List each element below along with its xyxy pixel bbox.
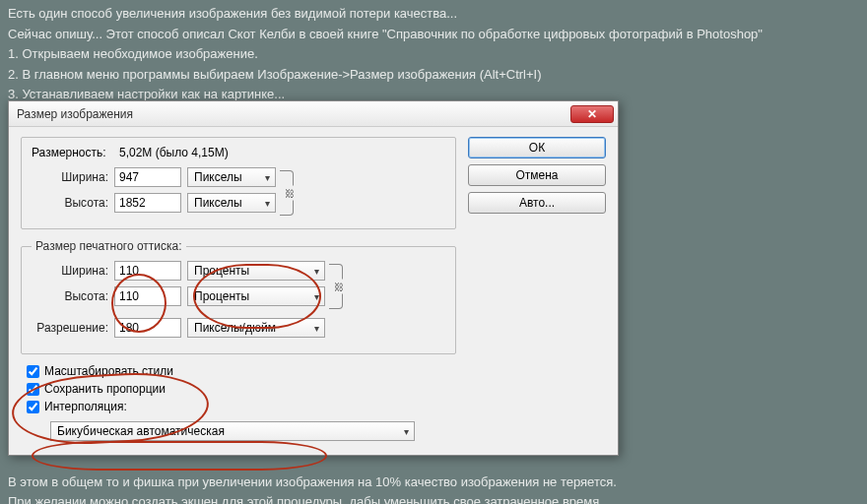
cancel-button[interactable]: Отмена <box>468 164 606 186</box>
link-icon[interactable] <box>329 264 343 309</box>
scale-styles-checkbox[interactable]: Масштабировать стили <box>27 364 456 378</box>
width-label: Ширина: <box>32 170 108 184</box>
outro-text: В этом в общем то и фишка при увеличении… <box>8 472 617 504</box>
document-size-group: Размер печатного оттиска: Ширина: Процен… <box>21 239 456 354</box>
doc-height-label: Высота: <box>32 289 108 303</box>
pixel-dimensions-group: Размерность: 5,02M (было 4,15M) Ширина: … <box>21 137 456 229</box>
options-group: Масштабировать стили Сохранить пропорции… <box>21 364 456 441</box>
doc-width-label: Ширина: <box>32 264 108 278</box>
dimensions-label: Размерность: <box>32 146 106 159</box>
height-input[interactable] <box>114 193 181 213</box>
resample-check[interactable] <box>27 401 39 413</box>
outro-line: В этом в общем то и фишка при увеличении… <box>8 472 617 492</box>
document-size-legend: Размер печатного оттиска: <box>32 239 186 253</box>
intro-line: Есть один способ увеличения изображения … <box>8 4 859 24</box>
auto-button[interactable]: Авто... <box>468 192 606 214</box>
titlebar[interactable]: Размер изображения ✕ <box>9 101 618 127</box>
intro-line: 2. В главном меню программы выбираем Изо… <box>8 65 859 85</box>
constrain-check[interactable] <box>27 383 39 396</box>
doc-height-input[interactable] <box>114 286 181 306</box>
constrain-proportions-checkbox[interactable]: Сохранить пропорции <box>27 382 456 396</box>
width-unit-select[interactable]: Пикселы <box>187 167 276 187</box>
ok-button[interactable]: ОК <box>468 137 606 158</box>
link-icon[interactable] <box>280 170 294 216</box>
intro-text: Есть один способ увеличения изображения … <box>0 0 867 104</box>
interpolation-select[interactable]: Бикубическая автоматическая <box>50 421 415 441</box>
height-label: Высота: <box>32 196 108 210</box>
resolution-label: Разрешение: <box>32 321 108 335</box>
height-unit-select[interactable]: Пикселы <box>187 193 276 213</box>
doc-width-input[interactable] <box>114 261 181 281</box>
dimensions-value: 5,02M (было 4,15M) <box>119 146 229 159</box>
resolution-unit-select[interactable]: Пикселы/дюйм <box>187 318 325 338</box>
doc-height-unit-select[interactable]: Проценты <box>187 286 325 306</box>
dialog-title: Размер изображения <box>17 107 570 121</box>
close-icon: ✕ <box>587 107 597 121</box>
close-button[interactable]: ✕ <box>570 105 614 123</box>
scale-styles-check[interactable] <box>27 365 39 378</box>
intro-line: Сейчас опишу... Этот способ описал Скот … <box>8 25 859 44</box>
outro-line: При желании можно создать экшен для этой… <box>8 492 617 505</box>
width-input[interactable] <box>114 167 181 187</box>
resample-checkbox[interactable]: Интерполяция: <box>27 400 456 413</box>
doc-width-unit-select[interactable]: Проценты <box>187 261 325 281</box>
resolution-input[interactable] <box>114 318 181 338</box>
intro-line: 1. Открываем необходимое изображение. <box>8 44 859 64</box>
image-size-dialog: Размер изображения ✕ Размерность: 5,02M … <box>8 100 619 456</box>
